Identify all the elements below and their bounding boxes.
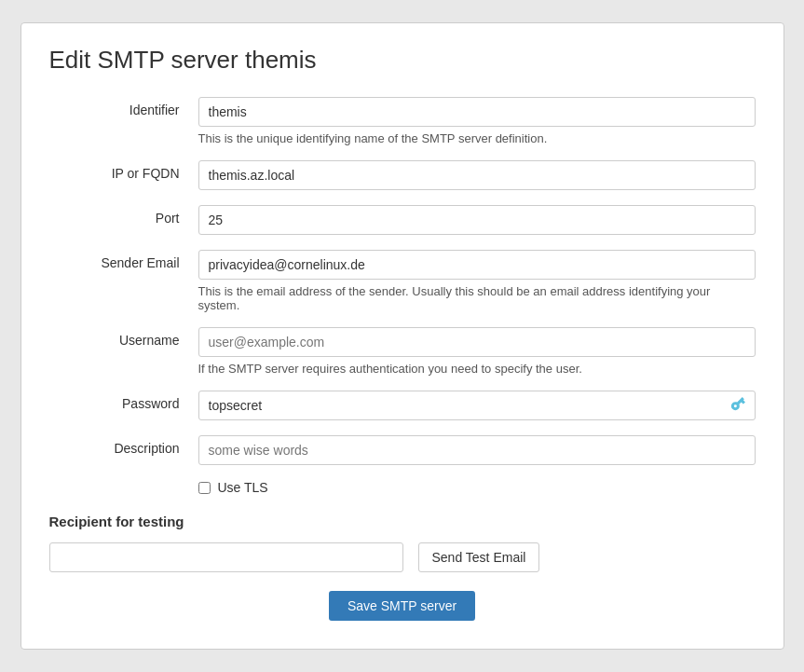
send-test-email-button[interactable]: Send Test Email: [418, 542, 540, 572]
port-input[interactable]: [198, 205, 756, 235]
sender-email-hint: This is the email address of the sender.…: [198, 284, 756, 312]
save-smtp-server-button[interactable]: Save SMTP server: [329, 591, 475, 621]
use-tls-group: Use TLS: [198, 480, 756, 495]
identifier-label: Identifier: [49, 97, 198, 117]
form-panel: Edit SMTP server themis Identifier This …: [20, 22, 784, 650]
username-group: Username If the SMTP server requires aut…: [49, 327, 756, 376]
description-group: Description: [49, 435, 756, 465]
testing-section: Recipient for testing Send Test Email: [49, 514, 756, 572]
identifier-input-wrapper: This is the unique identifying name of t…: [198, 97, 756, 145]
ip-input-wrapper: [198, 160, 756, 190]
ip-label: IP or FQDN: [49, 160, 198, 181]
key-icon[interactable]: [729, 395, 746, 416]
identifier-input[interactable]: [198, 97, 756, 127]
page-container: Edit SMTP server themis Identifier This …: [0, 0, 804, 672]
port-label: Port: [49, 205, 198, 226]
description-input-wrapper: [198, 435, 756, 465]
username-hint: If the SMTP server requires authenticati…: [198, 362, 756, 376]
recipient-row: Send Test Email: [49, 542, 756, 572]
recipient-input[interactable]: [49, 542, 403, 572]
description-input[interactable]: [198, 435, 756, 465]
port-group: Port: [49, 205, 756, 235]
save-row: Save SMTP server: [49, 591, 756, 621]
username-input[interactable]: [198, 327, 756, 357]
sender-email-input-wrapper: This is the email address of the sender.…: [198, 250, 756, 312]
ip-group: IP or FQDN: [49, 160, 756, 190]
sender-email-input[interactable]: [198, 250, 756, 280]
testing-section-title: Recipient for testing: [49, 514, 756, 529]
password-input[interactable]: [198, 391, 756, 420]
sender-email-label: Sender Email: [49, 250, 198, 270]
username-input-wrapper: If the SMTP server requires authenticati…: [198, 327, 756, 376]
username-label: Username: [49, 327, 198, 348]
sender-email-group: Sender Email This is the email address o…: [49, 250, 756, 312]
use-tls-checkbox[interactable]: [198, 482, 211, 494]
use-tls-label[interactable]: Use TLS: [218, 480, 268, 495]
ip-input[interactable]: [198, 160, 756, 190]
password-label: Password: [49, 391, 198, 411]
identifier-hint: This is the unique identifying name of t…: [198, 131, 756, 145]
password-group: Password: [49, 391, 756, 420]
page-title: Edit SMTP server themis: [49, 46, 756, 75]
description-label: Description: [49, 435, 198, 456]
password-input-wrapper: [198, 391, 756, 420]
port-input-wrapper: [198, 205, 756, 235]
password-field-wrapper: [198, 391, 756, 420]
identifier-group: Identifier This is the unique identifyin…: [49, 97, 756, 145]
